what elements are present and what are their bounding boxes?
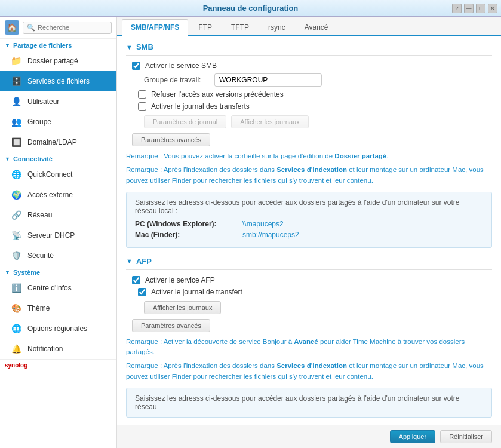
sidebar-label-options-regionales: Options régionales: [27, 324, 87, 333]
sidebar-item-options-regionales[interactable]: 🌐 Options régionales: [0, 318, 116, 339]
afficher-journaux-smb-button[interactable]: Afficher les journaux: [231, 115, 308, 128]
app-container: Panneau de configuration ? — □ ✕ 🏠 🔍 ▼ P…: [0, 0, 501, 448]
group-icon: 👥: [10, 115, 23, 128]
sidebar-item-theme[interactable]: 🎨 Thème: [0, 298, 116, 318]
sidebar-label-acces-externe: Accès externe: [27, 191, 73, 199]
pc-label: PC (Windows Explorer):: [135, 220, 236, 228]
section-label-partage: Partage de fichiers: [13, 42, 72, 49]
section-label-connectivite: Connectivité: [13, 155, 53, 162]
tab-ftp[interactable]: FTP: [189, 19, 221, 35]
reset-button[interactable]: Réinitialiser: [440, 430, 492, 443]
quickconnect-icon: 🌐: [10, 168, 23, 181]
network-icon: 🔗: [10, 208, 23, 222]
close-button[interactable]: ✕: [488, 4, 497, 13]
maximize-button[interactable]: □: [476, 4, 485, 13]
title-bar-title: Panneau de configuration: [203, 4, 299, 13]
mac-row: Mac (Finder): smb://mapuceps2: [135, 231, 483, 239]
smb-activate-checkbox[interactable]: [132, 62, 140, 70]
smb-info-box: Saisissez les adresss ci-dessous pour ac…: [126, 192, 492, 248]
smb-remark2-link[interactable]: Services d'indexation: [276, 166, 347, 173]
smb-section-header: ▼ SMB: [126, 42, 492, 56]
afp-section-title: AFP: [136, 257, 152, 266]
parametres-avances-afp-button[interactable]: Paramètres avancés: [132, 319, 210, 332]
activer-journal-afp-checkbox[interactable]: [138, 288, 146, 296]
afficher-journaux-afp-button[interactable]: Afficher les journaux: [144, 301, 221, 314]
security-icon: 🛡️: [10, 249, 23, 262]
parametres-avances-smb-row: Paramètres avancés: [132, 133, 492, 146]
afp-remark1-link[interactable]: Avancé: [294, 338, 318, 345]
sidebar-label-quickconnect: QuickConnect: [27, 170, 72, 179]
afp-remark2-link[interactable]: Services d'indexation: [276, 362, 347, 369]
smb-chevron-icon[interactable]: ▼: [126, 44, 133, 51]
workgroup-input[interactable]: [214, 73, 322, 87]
afp-info-box-text: Saisissez les adresss ci-dessous pour ac…: [135, 394, 483, 411]
smb-section-title: SMB: [136, 42, 153, 51]
sidebar-item-domaine[interactable]: 🔲 Domaine/LDAP: [0, 132, 116, 152]
theme-icon: 🎨: [10, 302, 23, 315]
refuser-acces-label: Refuser l'accès aux versions précédentes: [151, 90, 284, 99]
mac-value[interactable]: smb://mapuceps2: [242, 231, 299, 239]
sidebar-label-dossier-partage: Dossier partagé: [27, 57, 78, 65]
sidebar-item-notification[interactable]: 🔔 Notification: [0, 339, 116, 359]
smb-remark1-link[interactable]: Dossier partagé: [334, 152, 386, 159]
sidebar-label-notification: Notification: [27, 345, 63, 353]
afp-chevron-icon[interactable]: ▼: [126, 257, 133, 265]
sidebar-item-securite[interactable]: 🛡️ Sécurité: [0, 246, 116, 266]
pc-value[interactable]: \\mapuceps2: [242, 220, 284, 228]
sidebar-section-partage[interactable]: ▼ Partage de fichiers: [0, 39, 116, 51]
bottom-bar: Appliquer Réinitialiser: [117, 425, 501, 448]
sidebar-label-centre-infos: Centre d'infos: [27, 284, 72, 292]
afp-remark1-start: Remarque : Activer la découverte de serv…: [126, 338, 294, 345]
tab-smb-afp-nfs[interactable]: SMB/AFP/NFS: [122, 19, 188, 36]
sidebar-section-connectivite[interactable]: ▼ Connectivité: [0, 152, 116, 164]
user-icon: 👤: [10, 95, 23, 108]
sidebar-label-domaine: Domaine/LDAP: [27, 138, 77, 146]
tab-avance[interactable]: Avancé: [296, 19, 337, 35]
sidebar-item-services-fichiers[interactable]: 🗄️ Services de fichiers: [0, 71, 116, 91]
smb-remark2: Remarque : Après l'indexation des dossie…: [126, 165, 492, 186]
afficher-journaux-afp-row: Afficher les journaux: [132, 301, 492, 314]
home-button[interactable]: 🏠: [5, 20, 19, 35]
apply-button[interactable]: Appliquer: [390, 430, 435, 443]
external-icon: 🌍: [10, 188, 23, 201]
parametres-journal-button[interactable]: Paramètres de journal: [144, 115, 226, 128]
parametres-avances-smb-button[interactable]: Paramètres avancés: [132, 133, 210, 146]
sidebar-item-quickconnect[interactable]: 🌐 QuickConnect: [0, 164, 116, 185]
sidebar-label-reseau: Réseau: [27, 211, 52, 219]
sidebar-item-acces-externe[interactable]: 🌍 Accès externe: [0, 185, 116, 205]
sidebar-item-groupe[interactable]: 👥 Groupe: [0, 112, 116, 132]
help-button[interactable]: ?: [452, 4, 462, 13]
activer-journal-smb-checkbox[interactable]: [138, 102, 146, 111]
afp-activate-checkbox[interactable]: [132, 276, 140, 284]
tab-tftp[interactable]: TFTP: [222, 19, 258, 35]
mac-label: Mac (Finder):: [135, 231, 236, 239]
activer-journal-afp-row: Activer le journal de transfert: [126, 288, 492, 296]
afp-activate-row: Activer le service AFP: [126, 276, 492, 284]
regional-icon: 🌐: [10, 322, 23, 335]
refuser-acces-checkbox[interactable]: [138, 90, 146, 99]
sidebar-item-reseau[interactable]: 🔗 Réseau: [0, 205, 116, 225]
smb-remark2-start: Remarque : Après l'indexation des dossie…: [126, 166, 276, 173]
smb-section: ▼ SMB Activer le service SMB Groupe de t…: [126, 42, 492, 248]
chevron-icon-systeme: ▼: [5, 269, 10, 275]
journal-btns-row: Paramètres de journal Afficher les journ…: [132, 115, 492, 128]
search-input[interactable]: [38, 24, 107, 31]
main-panel: SMB/AFP/NFS FTP TFTP rsync Avancé ▼ SMB: [117, 17, 501, 448]
sidebar-item-serveur-dhcp[interactable]: 📡 Serveur DHCP: [0, 225, 116, 246]
activer-journal-afp-label: Activer le journal de transfert: [151, 288, 242, 296]
title-bar-controls: ? — □ ✕: [452, 4, 497, 13]
dhcp-icon: 📡: [10, 229, 23, 242]
afp-remark2-start: Remarque : Après l'indexation des dossie…: [126, 362, 276, 369]
body-split: 🏠 🔍 ▼ Partage de fichiers 📁 Dossier part…: [0, 17, 501, 448]
notification-icon: 🔔: [10, 342, 23, 355]
sidebar-section-systeme[interactable]: ▼ Système: [0, 266, 116, 278]
minimize-button[interactable]: —: [464, 4, 474, 13]
sidebar-item-dossier-partage[interactable]: 📁 Dossier partagé: [0, 51, 116, 71]
tab-rsync[interactable]: rsync: [259, 19, 294, 35]
activer-journal-smb-row: Activer le journal des transferts: [126, 102, 492, 111]
sidebar-item-utilisateur[interactable]: 👤 Utilisateur: [0, 91, 116, 112]
info-icon: ℹ️: [10, 281, 23, 294]
afp-activate-label: Activer le service AFP: [145, 276, 215, 284]
parametres-avances-afp-row: Paramètres avancés: [132, 319, 492, 332]
sidebar-item-centre-infos[interactable]: ℹ️ Centre d'infos: [0, 278, 116, 298]
